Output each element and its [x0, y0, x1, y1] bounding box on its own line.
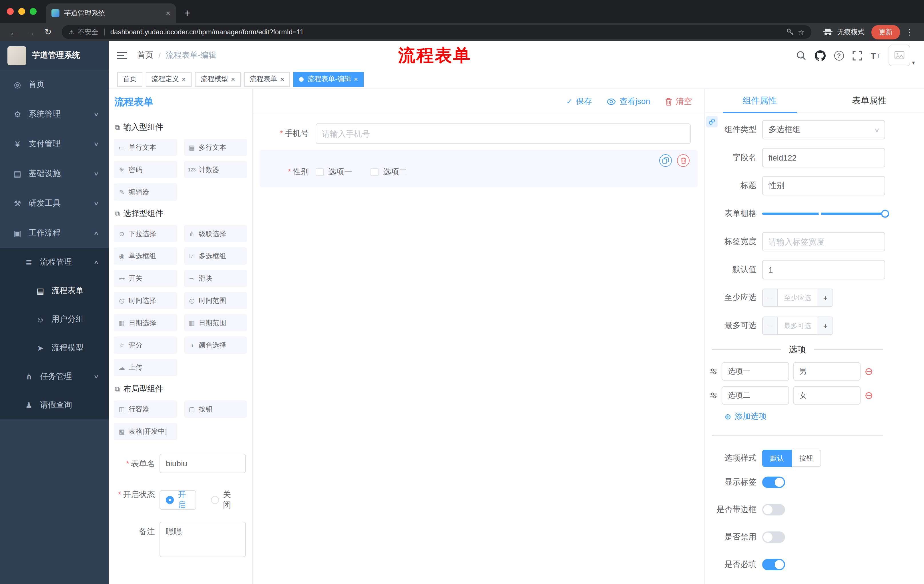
user-avatar[interactable]: ▾: [889, 44, 915, 66]
hamburger-icon[interactable]: [117, 50, 128, 61]
remove-option-button[interactable]: ⊖: [865, 366, 873, 377]
url-text[interactable]: dashboard.yudao.iocoder.cn/bpm/manager/f…: [111, 28, 783, 36]
sidebar-item-process-model[interactable]: ➤ 流程模型: [0, 334, 109, 362]
palette-item-cascader[interactable]: ⋔级联选择: [184, 225, 247, 242]
palette-item-radio-group[interactable]: ◉单选框组: [114, 247, 177, 265]
palette-item-date-range[interactable]: ▥日期范围: [184, 314, 247, 331]
field-phone[interactable]: *手机号: [260, 123, 698, 144]
remove-option-button[interactable]: ⊖: [865, 390, 873, 401]
drawing-board[interactable]: *手机号: [253, 114, 705, 584]
checkbox-icon[interactable]: [371, 168, 378, 176]
phone-input[interactable]: [316, 123, 691, 144]
sidebar-item-payment-management[interactable]: ¥ 支付管理 ∨: [0, 129, 109, 159]
palette-item-editor[interactable]: ✎编辑器: [114, 183, 177, 201]
tab-component-props[interactable]: 组件属性: [705, 89, 815, 113]
option-2-name-input[interactable]: [722, 386, 789, 405]
sidebar-item-workflow[interactable]: ▣ 工作流程 ∧: [0, 218, 109, 248]
option-2-value-input[interactable]: [793, 386, 861, 405]
palette-item-time-picker[interactable]: ◷时间选择: [114, 292, 177, 309]
palette-item-multi-line-text[interactable]: ▤多行文本: [184, 139, 247, 156]
window-zoom-button[interactable]: [30, 8, 36, 15]
palette-item-password[interactable]: ✳密码: [114, 161, 177, 178]
clear-button[interactable]: 清空: [665, 96, 692, 107]
checkbox-option-1[interactable]: 选项一: [316, 167, 352, 177]
help-icon[interactable]: ?: [834, 51, 844, 60]
palette-item-time-range[interactable]: ◴时间范围: [184, 292, 247, 309]
tag-process-form-edit[interactable]: 流程表单-编辑 ×: [293, 72, 364, 87]
sidebar-item-user-group[interactable]: ☺ 用户分组: [0, 305, 109, 334]
view-json-button[interactable]: 查看json: [607, 96, 650, 107]
drag-handle-icon[interactable]: [710, 392, 718, 399]
window-minimize-button[interactable]: [18, 8, 25, 15]
style-default-button[interactable]: 默认: [762, 450, 792, 467]
remark-textarea[interactable]: 嘿嘿: [160, 522, 246, 557]
decrease-button[interactable]: −: [763, 317, 778, 334]
add-option-button[interactable]: ⊕ 添加选项: [724, 411, 766, 422]
palette-item-row-container[interactable]: ◫行容器: [114, 401, 177, 418]
sidebar-item-devtools[interactable]: ⚒ 研发工具 ∨: [0, 189, 109, 218]
tag-close-icon[interactable]: ×: [182, 75, 186, 83]
sidebar-item-task-management[interactable]: ⋔ 任务管理 ∨: [0, 362, 109, 391]
address-bar[interactable]: ⚠ 不安全 dashboard.yudao.iocoder.cn/bpm/man…: [62, 25, 811, 39]
field-gender[interactable]: *性别 选项一 选项二: [260, 167, 698, 177]
bookmark-star-icon[interactable]: ☆: [798, 28, 805, 36]
checkbox-option-2[interactable]: 选项二: [371, 167, 407, 177]
increase-button[interactable]: +: [818, 317, 833, 334]
back-button[interactable]: ←: [6, 27, 22, 37]
required-switch[interactable]: [762, 559, 785, 570]
style-button-button[interactable]: 按钮: [792, 450, 821, 467]
font-size-icon[interactable]: TT: [871, 50, 880, 61]
fullscreen-icon[interactable]: [852, 50, 862, 61]
sidebar-item-infrastructure[interactable]: ▤ 基础设施 ∨: [0, 159, 109, 189]
palette-item-checkbox-group[interactable]: ☑多选框组: [184, 247, 247, 265]
option-1-name-input[interactable]: [722, 362, 789, 380]
form-name-input[interactable]: [160, 454, 246, 473]
palette-item-button[interactable]: ▢按钮: [184, 401, 247, 418]
palette-item-counter[interactable]: 123计数器: [184, 161, 247, 178]
tag-close-icon[interactable]: ×: [231, 75, 235, 83]
show-label-switch[interactable]: [762, 477, 785, 488]
save-button[interactable]: ✓ 保存: [566, 96, 592, 107]
checkbox-icon[interactable]: [316, 168, 323, 176]
palette-item-date-picker[interactable]: ▦日期选择: [114, 314, 177, 331]
label-width-input[interactable]: [762, 232, 885, 252]
status-radio-off[interactable]: 关闭: [211, 490, 231, 510]
sidebar-item-system-management[interactable]: ⚙ 系统管理 ∨: [0, 99, 109, 129]
browser-tab[interactable]: 芋道管理系统 ×: [46, 3, 176, 23]
tab-close-icon[interactable]: ×: [166, 8, 170, 18]
palette-item-slider[interactable]: ⊸滑块: [184, 270, 247, 287]
tab-form-props[interactable]: 表单属性: [815, 89, 924, 113]
form-grid-slider[interactable]: [762, 210, 885, 218]
delete-component-button[interactable]: [677, 154, 690, 167]
palette-item-color-picker[interactable]: ◑颜色选择: [184, 337, 247, 354]
forward-button[interactable]: →: [23, 27, 39, 37]
tag-process-form[interactable]: 流程表单 ×: [244, 72, 290, 87]
tag-close-icon[interactable]: ×: [354, 75, 358, 83]
palette-item-table[interactable]: ▩表格[开发中]: [114, 423, 177, 440]
increase-button[interactable]: +: [818, 289, 833, 306]
window-close-button[interactable]: [7, 8, 14, 15]
tag-home[interactable]: 首页: [117, 72, 142, 87]
link-icon[interactable]: [706, 116, 718, 127]
reload-button[interactable]: ↻: [40, 27, 56, 37]
password-key-icon[interactable]: [787, 28, 794, 36]
slider-handle[interactable]: [881, 210, 889, 218]
title-input[interactable]: [762, 176, 885, 196]
browser-menu-icon[interactable]: ⋮: [906, 28, 914, 36]
new-tab-button[interactable]: +: [184, 8, 190, 18]
default-value-input[interactable]: [762, 260, 885, 280]
tag-process-definition[interactable]: 流程定义 ×: [146, 72, 191, 87]
palette-item-rate[interactable]: ☆评分: [114, 337, 177, 354]
option-1-value-input[interactable]: [793, 362, 861, 380]
palette-item-select[interactable]: ⊙下拉选择: [114, 225, 177, 242]
github-icon[interactable]: [815, 50, 825, 61]
breadcrumb-home[interactable]: 首页: [137, 50, 153, 61]
decrease-button[interactable]: −: [763, 289, 778, 306]
copy-component-button[interactable]: [659, 154, 672, 167]
border-switch[interactable]: [762, 504, 785, 515]
palette-item-upload[interactable]: ☁上传: [114, 359, 177, 376]
sidebar-item-process-form[interactable]: ▤ 流程表单: [0, 276, 109, 305]
field-name-input[interactable]: [762, 148, 885, 168]
sidebar-item-process-management[interactable]: ≣ 流程管理 ∧: [0, 248, 109, 276]
palette-item-switch[interactable]: ⊶开关: [114, 270, 177, 287]
